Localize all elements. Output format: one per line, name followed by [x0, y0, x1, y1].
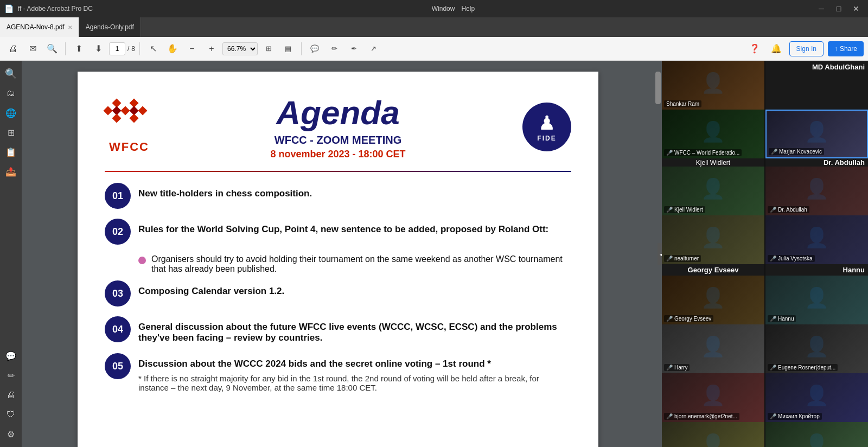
person-icon-neal: 👤 — [701, 226, 725, 249]
video-label-eugene: 🎤 Eugene Rosner(deput... — [768, 364, 838, 371]
abdullah-section-header: Dr. Abdullah — [765, 158, 868, 167]
highlight-button[interactable]: ✏ — [2, 367, 20, 384]
menu-window[interactable]: Window — [432, 5, 455, 12]
tab-close-0[interactable]: ✕ — [68, 24, 72, 30]
separator-3 — [301, 42, 302, 55]
draw-button[interactable]: ✒ — [345, 40, 362, 58]
item-number-05: 05 — [105, 353, 131, 379]
mic-muted-hannu: 🎤 — [770, 316, 776, 322]
item-number-02: 02 — [105, 219, 131, 245]
print-button[interactable]: 🖨 — [4, 40, 22, 58]
close-button[interactable]: ✕ — [848, 3, 864, 14]
tab-bar: AGENDA-Nov-8.pdf ✕ Agenda-Only.pdf — [0, 17, 868, 37]
fit-page-button[interactable]: ⊞ — [260, 40, 277, 58]
maximize-button[interactable]: □ — [831, 3, 846, 14]
person-icon-afek: 👤 — [805, 433, 829, 447]
video-cell-eugene: 👤 🎤 Eugene Rosner(deput... — [765, 324, 868, 373]
video-label-julia: 🎤 Julia Vysotska — [768, 255, 815, 262]
shield-button[interactable]: 🛡 — [2, 406, 20, 423]
item-content-04: General discussion about the future WFCC… — [138, 316, 571, 343]
help-button[interactable]: ❓ — [746, 40, 763, 58]
mic-icon-marjan: 🎤 — [771, 149, 777, 155]
mic-icon-harry: 🎤 — [666, 365, 673, 371]
menu-help[interactable]: Help — [461, 5, 475, 12]
mic-muted-julia: 🎤 — [770, 256, 776, 261]
settings-side-button[interactable]: ⚙ — [2, 425, 20, 443]
harry-name: Harry — [674, 365, 687, 371]
menu-bar: Window Help — [432, 5, 475, 12]
comment-side-button[interactable]: 💬 — [2, 347, 20, 365]
video-cell-bjorn: 👤 🎤 bjorn.enemark@get2net... — [662, 373, 764, 422]
video-cell-wfcc: 👤 🎤 WFCC – World Federatio... — [662, 110, 764, 158]
item-text-02: Rules for the World Solving Cup, Point 4… — [138, 224, 548, 234]
comment-button[interactable]: 💬 — [306, 40, 323, 58]
sign-in-button[interactable]: Sign In — [789, 41, 824, 56]
prev-page-button[interactable]: ⬆ — [70, 40, 87, 58]
person-icon-abdullah: 👤 — [805, 177, 829, 200]
mic-muted-kjell: 🎤 — [666, 207, 673, 213]
mikhail-name: Михаил Кройтор — [778, 413, 820, 419]
video-label-bjorn: 🎤 bjorn.enemark@get2net... — [664, 413, 739, 420]
video-label-hannu: 🎤 Hannu — [768, 315, 796, 322]
eugene-name: Eugene Rosner(deput... — [778, 365, 835, 371]
page-number-input[interactable] — [109, 42, 125, 55]
zoom-tool-button[interactable]: 🔍 — [2, 65, 20, 82]
layout-button[interactable]: ▤ — [279, 40, 297, 58]
agenda-subtitle: WFCC - ZOOM MEETING — [154, 134, 522, 146]
email-button[interactable]: ✉ — [24, 40, 41, 58]
share-button[interactable]: ↑ Share — [828, 41, 864, 56]
thumbnail-button[interactable]: 🗂 — [2, 85, 20, 102]
pen-button[interactable]: ✏ — [326, 40, 343, 58]
toolbar: 🖨 ✉ 🔍 ⬆ ⬇ / 8 ↖ ✋ − + 66.7% ⊞ ▤ 💬 ✏ ✒ ↗ … — [0, 37, 868, 61]
mic-icon-wfcc: 🎤 — [666, 150, 673, 156]
chess-piece-icon: ♟ — [538, 112, 556, 135]
app-title: ff - Adobe Acrobat Pro DC — [18, 5, 93, 12]
person-icon-marjan: 👤 — [805, 120, 829, 143]
search-button[interactable]: 🔍 — [43, 40, 61, 58]
zoom-in-button[interactable]: + — [203, 40, 220, 58]
hand-tool-button[interactable]: ✋ — [164, 40, 181, 58]
mic-icon-bjorn: 🎤 — [666, 413, 673, 419]
page-separator: / — [127, 45, 129, 53]
minimize-button[interactable]: ─ — [814, 3, 829, 14]
bullet-dot-02 — [138, 257, 146, 264]
georgy-name-header: Georgy Evseev — [688, 266, 739, 274]
next-page-button[interactable]: ⬇ — [90, 40, 107, 58]
video-cell-afek: 👤 🎤 Afek — [765, 422, 868, 447]
item-note-05: * If there is no straight majority for a… — [138, 374, 571, 392]
video-row-2: 👤 🎤 WFCC – World Federatio... 👤 🎤 Marjan… — [662, 110, 868, 158]
mic-icon-georgy: 🎤 — [666, 316, 673, 322]
wfcc-participant-name: WFCC – World Federatio... — [674, 150, 739, 156]
agenda-item-05: 05 Discussion about the WCCC 2024 bids a… — [105, 353, 571, 392]
send-button[interactable]: ↗ — [365, 40, 382, 58]
video-cell-julia: 👤 🎤 Julia Vysotska — [765, 215, 868, 264]
print-side-button[interactable]: 🖨 — [2, 386, 20, 404]
video-cell-harry: 👤 🎤 Harry — [662, 324, 764, 373]
pdf-scroll-area[interactable]: WFCC Agenda WFCC - ZOOM MEETING 8 novemb… — [22, 61, 654, 447]
video-row-brian-afek: 👤 🎤 Brian Cook 👤 🎤 Afek — [662, 422, 868, 447]
page-total: 8 — [131, 45, 135, 53]
export-button[interactable]: 📤 — [2, 163, 20, 180]
wfcc-logo: WFCC — [105, 100, 154, 154]
redact-button[interactable]: 📋 — [2, 143, 20, 161]
zoom-out-button[interactable]: − — [183, 40, 201, 58]
shankar-name: Shankar Ram — [666, 101, 699, 107]
collapse-panel-button[interactable]: ◀ — [658, 243, 662, 265]
bjorn-name: bjorn.enemark@get2net... — [674, 413, 737, 419]
translate-button[interactable]: 🌐 — [2, 104, 20, 122]
zoom-select[interactable]: 66.7% — [222, 42, 258, 55]
item-text-01: New title-holders in chess composition. — [138, 188, 312, 199]
mic-icon-mikhail: 🎤 — [770, 413, 776, 419]
person-icon-eugene: 👤 — [805, 335, 829, 358]
item-text-03: Composing Calendar version 1.2. — [138, 286, 284, 296]
tab-agenda-only[interactable]: Agenda-Only.pdf — [79, 17, 141, 37]
video-cell-marjan: 👤 🎤 Marjan Kovacevic — [765, 110, 868, 158]
hannu-name-header: Hannu — [843, 266, 865, 274]
cursor-tool-button[interactable]: ↖ — [144, 40, 162, 58]
tab-agenda-nov8[interactable]: AGENDA-Nov-8.pdf ✕ — [0, 17, 79, 37]
notification-button[interactable]: 🔔 — [768, 40, 785, 58]
agenda-title-block: Agenda WFCC - ZOOM MEETING 8 november 20… — [154, 93, 522, 160]
layout-tool-button[interactable]: ⊞ — [2, 124, 20, 141]
mic-icon-neal: 🎤 — [666, 256, 673, 261]
video-cell-shankar: 👤 Shankar Ram — [662, 61, 764, 110]
